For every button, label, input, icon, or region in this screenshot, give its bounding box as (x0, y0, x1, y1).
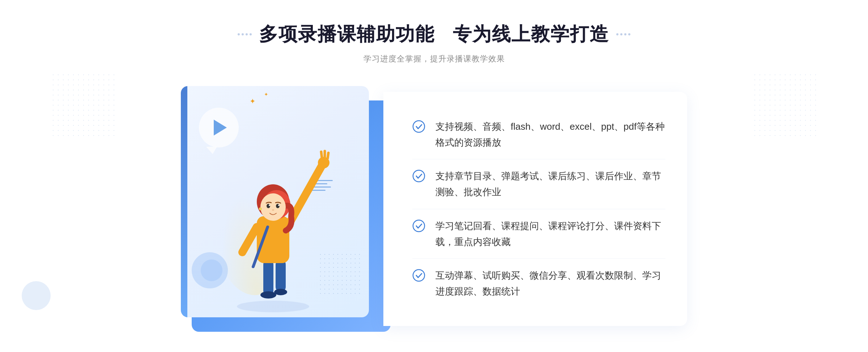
feature-text-4: 互动弹幕、试听购买、微信分享、观看次数限制、学习进度跟踪、数据统计 (435, 267, 665, 299)
feature-text-2: 支持章节目录、弹题考试、课后练习、课后作业、章节测验、批改作业 (435, 168, 665, 200)
page-subtitle: 学习进度全掌握，提升录播课教学效果 (238, 53, 630, 64)
character-illustration (210, 115, 336, 317)
svg-point-20 (259, 207, 262, 210)
features-panel: 支持视频、音频、flash、word、excel、ppt、pdf等各种格式的资源… (383, 92, 687, 326)
dot (616, 33, 618, 35)
svg-line-11 (328, 153, 328, 158)
title-dots-left (238, 33, 252, 35)
bg-dots-right-decoration (752, 72, 817, 137)
feature-text-1: 支持视频、音频、flash、word、excel、ppt、pdf等各种格式的资源… (435, 119, 665, 150)
svg-point-23 (413, 170, 425, 182)
svg-line-6 (289, 166, 322, 223)
feature-item-1: 支持视频、音频、flash、word、excel、ppt、pdf等各种格式的资源… (412, 110, 665, 159)
svg-rect-1 (263, 259, 273, 296)
svg-point-0 (237, 301, 309, 312)
bottom-left-circle-decoration (22, 281, 51, 310)
title-part2: 专为线上教学打造 (453, 23, 609, 44)
feature-text-3: 学习笔记回看、课程提问、课程评论打分、课件资料下载，重点内容收藏 (435, 218, 665, 250)
svg-point-22 (413, 121, 425, 132)
svg-rect-2 (276, 259, 286, 292)
dot (246, 33, 248, 35)
svg-line-7 (242, 227, 257, 252)
feature-item-4: 互动弹幕、试听购买、微信分享、观看次数限制、学习进度跟踪、数据统计 (412, 259, 665, 308)
dot (628, 33, 630, 35)
svg-point-24 (413, 220, 425, 232)
check-circle-icon-4 (412, 269, 425, 282)
header-section: 多项录播课辅助功能 专为线上教学打造 学习进度全掌握，提升录播课教学效果 (238, 22, 630, 64)
sparkle-icon-1: ✦ (250, 97, 256, 106)
blue-bar-decoration (181, 86, 187, 317)
page-wrapper: 多项录播课辅助功能 专为线上教学打造 学习进度全掌握，提升录播课教学效果 « (0, 0, 868, 352)
svg-line-9 (321, 152, 322, 158)
dot (250, 33, 252, 35)
dot (624, 33, 626, 35)
dot (242, 33, 244, 35)
sparkle-icon-2: ✦ (264, 91, 268, 97)
title-dots-right (616, 33, 630, 35)
title-part1: 多项录播课辅助功能 (259, 23, 435, 44)
page-title: 多项录播课辅助功能 专为线上教学打造 (259, 22, 609, 47)
content-area: « ✦ ✦ (181, 86, 687, 332)
dot (620, 33, 622, 35)
title-row: 多项录播课辅助功能 专为线上教学打造 (238, 22, 630, 47)
check-circle-icon-1 (412, 120, 425, 133)
svg-point-14 (260, 193, 286, 221)
svg-point-17 (269, 205, 270, 206)
bg-dots-left-decoration (51, 72, 116, 137)
dot (238, 33, 240, 35)
light-card: ✦ ✦ (181, 86, 369, 317)
check-circle-icon-2 (412, 169, 425, 183)
illustration-wrapper: « ✦ ✦ (181, 86, 391, 332)
svg-point-3 (260, 291, 276, 299)
feature-item-3: 学习笔记回看、课程提问、课程评论打分、课件资料下载，重点内容收藏 (412, 209, 665, 259)
svg-point-15 (267, 204, 270, 208)
svg-point-18 (278, 205, 280, 206)
svg-point-25 (413, 270, 425, 281)
check-circle-icon-3 (412, 219, 425, 232)
svg-point-4 (274, 289, 287, 295)
svg-point-16 (276, 204, 280, 208)
feature-item-2: 支持章节目录、弹题考试、课后练习、课后作业、章节测验、批改作业 (412, 159, 665, 209)
svg-point-19 (272, 209, 274, 211)
